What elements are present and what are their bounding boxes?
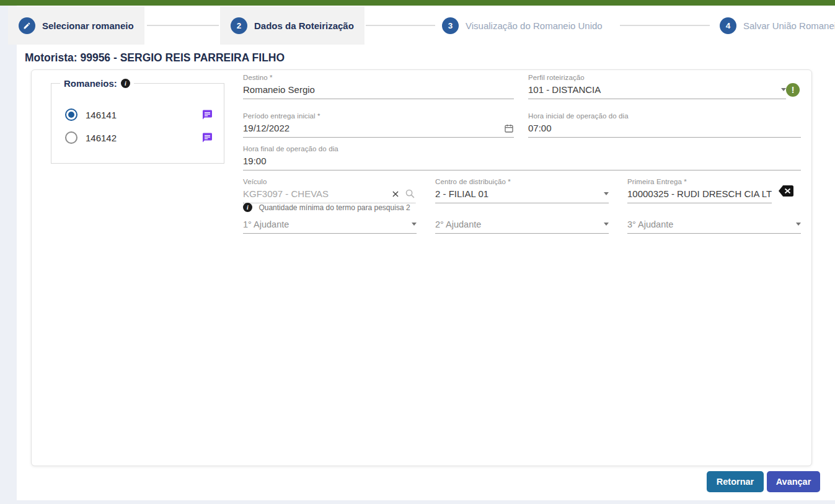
periodo-entrega-inicial-label: Período entrega inicial * <box>243 112 514 120</box>
primeira-entrega-input[interactable]: 10000325 - RUDI DRESCH CIA LTDA <box>627 185 772 203</box>
veiculo-field: Veículo KGF3097 - CHEVAS <box>243 178 415 203</box>
step-number-2: 2 <box>231 17 247 34</box>
chat-icon[interactable] <box>201 132 213 143</box>
chevron-down-icon <box>412 223 417 226</box>
perfil-roteirizacao-field: Perfil roteirização 101 - DISTANCIA <box>528 74 786 99</box>
romaneios-legend: Romaneios: i <box>60 78 134 89</box>
destino-field: Destino * Romaneio Sergio <box>243 74 514 99</box>
step-dados-roteirizacao[interactable]: 2 Dados da Roteirização <box>220 6 364 45</box>
primeira-entrega-field: Primeira Entrega * 10000325 - RUDI DRESC… <box>627 178 772 203</box>
romaneio-option-146141[interactable]: 146141 <box>51 107 224 122</box>
veiculo-hint-text: Quantidade mínima do termo para pesquisa… <box>252 203 417 212</box>
hora-final-input[interactable]: 19:00 <box>243 153 801 170</box>
romaneio-id: 146141 <box>86 110 117 120</box>
avancar-button[interactable]: Avançar <box>767 471 820 492</box>
step-label: Selecionar romaneio <box>42 20 134 31</box>
step-connector <box>620 25 710 26</box>
backspace-clear-icon[interactable] <box>779 185 793 197</box>
step-number-3: 3 <box>442 17 459 34</box>
step-salvar-uniao-romaneio: 4 Salvar União Romaneio <box>715 6 835 45</box>
ajudante-3-select[interactable]: 3° Ajudante <box>627 216 801 234</box>
radio-selected-icon[interactable] <box>65 108 77 121</box>
retornar-button[interactable]: Retornar <box>707 471 764 492</box>
info-icon[interactable]: i <box>121 79 130 88</box>
warning-icon[interactable]: ! <box>786 83 800 97</box>
romaneios-legend-text: Romaneios: <box>64 78 117 89</box>
step-connector <box>366 25 435 26</box>
ajudante-1-field: 1° Ajudante <box>243 216 417 234</box>
ajudante-3-field: 3° Ajudante <box>627 216 801 234</box>
top-green-bar <box>0 0 835 6</box>
hora-final-label: Hora final de operação do dia <box>243 145 801 153</box>
chevron-down-icon <box>781 88 786 91</box>
veiculo-hint: i Quantidade mínima do termo para pesqui… <box>243 203 417 212</box>
hora-inicial-field: Hora inicial de operação do dia 07:00 <box>528 112 801 138</box>
page: Selecionar romaneio 2 Dados da Roteiriza… <box>0 0 835 504</box>
chevron-down-icon <box>604 192 609 195</box>
radio-unselected-icon[interactable] <box>65 131 77 144</box>
periodo-entrega-inicial-input[interactable]: 19/12/2022 <box>243 120 514 138</box>
destino-input[interactable]: Romaneio Sergio <box>243 81 514 99</box>
centro-distribuicao-label: Centro de distribuição * <box>435 178 609 185</box>
calendar-icon[interactable] <box>504 123 514 133</box>
hora-inicial-label: Hora inicial de operação do dia <box>528 112 801 120</box>
step-selecionar-romaneio[interactable]: Selecionar romaneio <box>8 6 144 45</box>
page-title: Motorista: 99956 - SERGIO REIS PARREIRA … <box>25 51 285 64</box>
search-icon[interactable] <box>405 188 415 199</box>
ajudante-2-select[interactable]: 2° Ajudante <box>435 216 609 234</box>
destino-label: Destino * <box>243 74 514 81</box>
ajudante-1-select[interactable]: 1° Ajudante <box>243 216 417 234</box>
perfil-roteirizacao-label: Perfil roteirização <box>528 74 786 81</box>
romaneio-option-146142[interactable]: 146142 <box>51 130 224 145</box>
ajudante-2-field: 2° Ajudante <box>435 216 609 234</box>
primeira-entrega-label: Primeira Entrega * <box>627 178 772 185</box>
veiculo-input[interactable]: KGF3097 - CHEVAS <box>243 185 415 203</box>
hora-inicial-input[interactable]: 07:00 <box>528 120 801 138</box>
step-label: Salvar União Romaneio <box>743 20 835 31</box>
romaneios-panel: Romaneios: i 146141 146142 <box>51 78 224 164</box>
info-icon[interactable]: i <box>243 203 252 212</box>
step-connector <box>147 25 219 26</box>
step-label: Dados da Roteirização <box>254 20 354 31</box>
hora-final-field: Hora final de operação do dia 19:00 <box>243 145 801 170</box>
perfil-roteirizacao-select[interactable]: 101 - DISTANCIA <box>528 81 786 99</box>
step-number-4: 4 <box>720 17 736 34</box>
step-label: Visualização do Romaneio Unido <box>466 20 603 31</box>
centro-distribuicao-select[interactable]: 2 - FILIAL 01 <box>435 185 609 203</box>
clear-icon[interactable] <box>391 190 400 198</box>
romaneio-id: 146142 <box>86 133 117 143</box>
centro-distribuicao-field: Centro de distribuição * 2 - FILIAL 01 <box>435 178 609 203</box>
pencil-icon <box>19 17 35 34</box>
chat-icon[interactable] <box>201 109 213 120</box>
step-visualizacao-romaneio-unido: 3 Visualização do Romaneio Unido <box>437 6 607 45</box>
chevron-down-icon <box>796 223 801 226</box>
periodo-entrega-inicial-field: Período entrega inicial * 19/12/2022 <box>243 112 514 138</box>
chevron-down-icon <box>604 223 609 226</box>
veiculo-label: Veículo <box>243 178 415 185</box>
